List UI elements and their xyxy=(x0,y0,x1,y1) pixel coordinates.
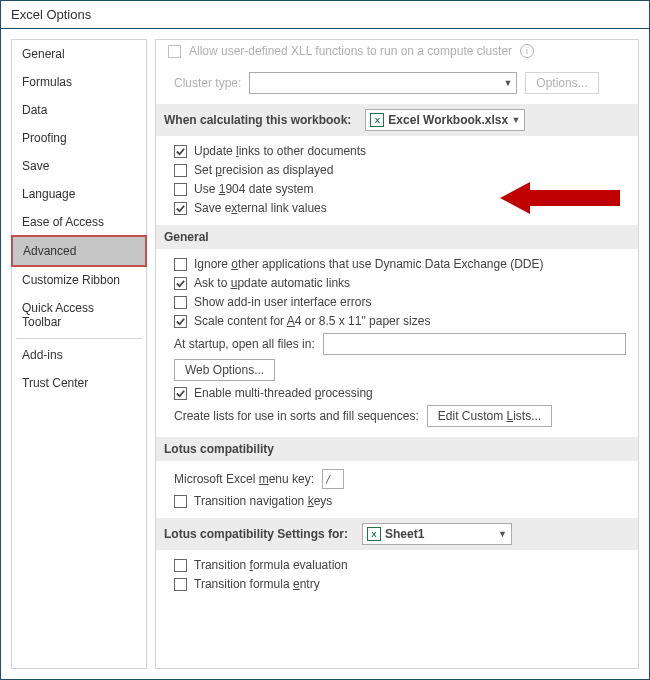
show-errors-checkbox[interactable] xyxy=(174,296,187,309)
update-links-label: Update links to other documents xyxy=(194,144,366,158)
ask-update-label: Ask to update automatic links xyxy=(194,276,350,290)
date1904-row[interactable]: Use 1904 date system xyxy=(174,182,626,196)
section-label: General xyxy=(164,230,209,244)
show-errors-label: Show add-in user interface errors xyxy=(194,295,371,309)
chevron-down-icon: ▼ xyxy=(498,529,507,539)
xll-cluster-label: Allow user-defined XLL functions to run … xyxy=(189,44,512,58)
precision-row[interactable]: Set precision as displayed xyxy=(174,163,626,177)
scale-a4-row[interactable]: Scale content for A4 or 8.5 x 11" paper … xyxy=(174,314,626,328)
precision-checkbox[interactable] xyxy=(174,164,187,177)
multithread-row[interactable]: Enable multi-threaded processing xyxy=(174,386,626,400)
multithread-label: Enable multi-threaded processing xyxy=(194,386,373,400)
formula-eval-label: Transition formula evaluation xyxy=(194,558,348,572)
xll-cluster-checkbox xyxy=(168,45,181,58)
ask-update-checkbox[interactable] xyxy=(174,277,187,290)
edit-custom-lists-button[interactable]: Edit Custom Lists... xyxy=(427,405,552,427)
section-lotus: Lotus compatibility xyxy=(156,437,638,461)
sidebar-item-addins[interactable]: Add-ins xyxy=(12,341,146,369)
section-label: Lotus compatibility Settings for: xyxy=(164,527,348,541)
menu-key-input[interactable] xyxy=(322,469,344,489)
section-lotus-settings: Lotus compatibility Settings for: X Shee… xyxy=(156,518,638,550)
help-icon[interactable]: i xyxy=(520,44,534,58)
sidebar-item-quick-access[interactable]: Quick Access Toolbar xyxy=(12,294,146,336)
sidebar-item-customize-ribbon[interactable]: Customize Ribbon xyxy=(12,266,146,294)
nav-keys-checkbox[interactable] xyxy=(174,495,187,508)
formula-eval-checkbox[interactable] xyxy=(174,559,187,572)
web-options-row: Web Options... xyxy=(174,359,626,381)
startup-row: At startup, open all files in: xyxy=(174,333,626,355)
formula-entry-label: Transition formula entry xyxy=(194,577,320,591)
cluster-type-dropdown[interactable]: ▼ xyxy=(249,72,517,94)
workbook-name: Excel Workbook.xlsx xyxy=(388,113,508,127)
section-label: Lotus compatibility xyxy=(164,442,274,456)
sidebar-item-advanced[interactable]: Advanced xyxy=(11,235,147,267)
scale-a4-label: Scale content for A4 or 8.5 x 11" paper … xyxy=(194,314,430,328)
cluster-type-row: Cluster type: ▼ Options... xyxy=(174,72,626,94)
sidebar-item-ease-of-access[interactable]: Ease of Access xyxy=(12,208,146,236)
sidebar-item-language[interactable]: Language xyxy=(12,180,146,208)
main-panel: Allow user-defined XLL functions to run … xyxy=(155,39,639,669)
custom-lists-label: Create lists for use in sorts and fill s… xyxy=(174,409,419,423)
nav-keys-label: Transition navigation keys xyxy=(194,494,332,508)
scale-a4-checkbox[interactable] xyxy=(174,315,187,328)
sidebar: General Formulas Data Proofing Save Lang… xyxy=(11,39,147,669)
date1904-label: Use 1904 date system xyxy=(194,182,313,196)
menu-key-label: Microsoft Excel menu key: xyxy=(174,472,314,486)
chevron-down-icon: ▼ xyxy=(511,115,520,125)
update-links-checkbox[interactable] xyxy=(174,145,187,158)
excel-icon: X xyxy=(370,113,384,127)
section-general: General xyxy=(156,225,638,249)
ignore-dde-checkbox[interactable] xyxy=(174,258,187,271)
precision-label: Set precision as displayed xyxy=(194,163,333,177)
sheet-icon: X xyxy=(367,527,381,541)
menu-key-row: Microsoft Excel menu key: xyxy=(174,469,626,489)
ask-update-row[interactable]: Ask to update automatic links xyxy=(174,276,626,290)
content-area: General Formulas Data Proofing Save Lang… xyxy=(1,29,649,679)
section-when-calculating: When calculating this workbook: X Excel … xyxy=(156,104,638,136)
show-errors-row[interactable]: Show add-in user interface errors xyxy=(174,295,626,309)
startup-label: At startup, open all files in: xyxy=(174,337,315,351)
chevron-down-icon: ▼ xyxy=(503,78,512,88)
ignore-dde-row[interactable]: Ignore other applications that use Dynam… xyxy=(174,257,626,271)
save-external-row[interactable]: Save external link values xyxy=(174,201,626,215)
formula-entry-row[interactable]: Transition formula entry xyxy=(174,577,626,591)
update-links-row[interactable]: Update links to other documents xyxy=(174,144,626,158)
sidebar-item-save[interactable]: Save xyxy=(12,152,146,180)
ignore-dde-label: Ignore other applications that use Dynam… xyxy=(194,257,544,271)
sidebar-item-data[interactable]: Data xyxy=(12,96,146,124)
multithread-checkbox[interactable] xyxy=(174,387,187,400)
sidebar-item-formulas[interactable]: Formulas xyxy=(12,68,146,96)
nav-keys-row[interactable]: Transition navigation keys xyxy=(174,494,626,508)
formula-eval-row[interactable]: Transition formula evaluation xyxy=(174,558,626,572)
sheet-name: Sheet1 xyxy=(385,527,424,541)
custom-lists-row: Create lists for use in sorts and fill s… xyxy=(174,405,626,427)
sidebar-item-trust-center[interactable]: Trust Center xyxy=(12,369,146,397)
sidebar-separator xyxy=(16,338,142,339)
startup-input[interactable] xyxy=(323,333,626,355)
xll-cluster-row: Allow user-defined XLL functions to run … xyxy=(168,40,626,68)
excel-options-window: Excel Options General Formulas Data Proo… xyxy=(0,0,650,680)
section-label: When calculating this workbook: xyxy=(164,113,351,127)
save-external-checkbox[interactable] xyxy=(174,202,187,215)
cluster-type-label: Cluster type: xyxy=(174,76,241,90)
formula-entry-checkbox[interactable] xyxy=(174,578,187,591)
save-external-label: Save external link values xyxy=(194,201,327,215)
window-title: Excel Options xyxy=(1,1,649,29)
date1904-checkbox[interactable] xyxy=(174,183,187,196)
cluster-options-button: Options... xyxy=(525,72,598,94)
sidebar-item-proofing[interactable]: Proofing xyxy=(12,124,146,152)
web-options-button[interactable]: Web Options... xyxy=(174,359,275,381)
sidebar-item-general[interactable]: General xyxy=(12,40,146,68)
workbook-dropdown[interactable]: X Excel Workbook.xlsx ▼ xyxy=(365,109,525,131)
sheet-dropdown[interactable]: X Sheet1 ▼ xyxy=(362,523,512,545)
